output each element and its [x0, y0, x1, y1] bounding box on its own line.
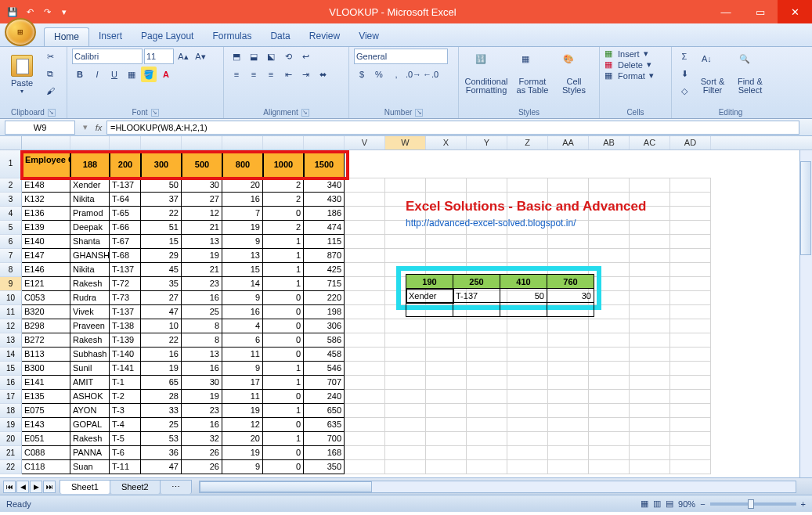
- data-cell[interactable]: 11: [222, 390, 263, 404]
- tab-data[interactable]: Data: [261, 27, 299, 46]
- data-cell[interactable]: 16: [182, 362, 222, 376]
- column-header[interactable]: W: [385, 136, 426, 149]
- row-header[interactable]: 2: [0, 178, 22, 193]
- data-cell[interactable]: 220: [304, 291, 345, 305]
- column-header[interactable]: X: [426, 136, 467, 149]
- data-cell[interactable]: T-64: [110, 193, 141, 207]
- data-cell[interactable]: T-137: [110, 178, 141, 193]
- row-header[interactable]: 7: [0, 249, 22, 263]
- data-cell[interactable]: 458: [304, 348, 345, 362]
- sort-filter-button[interactable]: A↓Sort & Filter: [695, 49, 730, 100]
- merge-button[interactable]: ⬌: [315, 67, 330, 82]
- column-header[interactable]: V: [345, 136, 385, 149]
- data-cell[interactable]: 16: [182, 291, 222, 305]
- row-header[interactable]: 9: [0, 277, 22, 291]
- data-cell[interactable]: 33: [141, 404, 182, 418]
- header-cell[interactable]: 1000: [263, 150, 304, 178]
- mini-cell[interactable]: Xender: [406, 289, 453, 303]
- data-cell[interactable]: T-139: [110, 333, 141, 348]
- data-cell[interactable]: 16: [141, 348, 182, 362]
- mini-header[interactable]: 190: [406, 275, 453, 289]
- row-header[interactable]: 22: [0, 460, 22, 474]
- mini-cell[interactable]: T-137: [453, 289, 500, 303]
- vertical-scrollbar[interactable]: [799, 150, 812, 477]
- align-middle-button[interactable]: ⬓: [246, 49, 262, 64]
- select-all-corner[interactable]: [0, 136, 22, 149]
- zoom-level[interactable]: 90%: [678, 499, 695, 509]
- cell-styles-button[interactable]: 🎨Cell Styles: [556, 49, 592, 100]
- data-cell[interactable]: T-5: [110, 432, 141, 446]
- data-cell[interactable]: 13: [222, 249, 263, 263]
- row-header[interactable]: 13: [0, 333, 22, 348]
- row-header[interactable]: 8: [0, 263, 22, 277]
- data-cell[interactable]: 29: [141, 249, 182, 263]
- data-cell[interactable]: T-138: [110, 319, 141, 333]
- data-cell[interactable]: ASHOK: [70, 390, 110, 404]
- data-cell[interactable]: 715: [304, 277, 345, 291]
- data-cell[interactable]: 30: [182, 376, 222, 390]
- data-cell[interactable]: C088: [22, 446, 70, 460]
- data-cell[interactable]: 16: [222, 193, 263, 207]
- data-cell[interactable]: K132: [22, 193, 70, 207]
- autosum-button[interactable]: Σ: [677, 49, 692, 64]
- row-header[interactable]: 11: [0, 305, 22, 319]
- data-cell[interactable]: E121: [22, 277, 70, 291]
- data-cell[interactable]: 700: [304, 432, 345, 446]
- data-cell[interactable]: 17: [222, 376, 263, 390]
- header-cell[interactable]: 1500: [304, 150, 345, 178]
- minimize-button[interactable]: —: [709, 0, 743, 23]
- column-header[interactable]: [182, 136, 222, 149]
- scrollbar-thumb[interactable]: [200, 481, 372, 492]
- data-cell[interactable]: 53: [141, 432, 182, 446]
- row-header[interactable]: 4: [0, 207, 22, 221]
- new-sheet-button[interactable]: ⋯: [160, 480, 192, 494]
- data-cell[interactable]: 19: [182, 249, 222, 263]
- tab-insert[interactable]: Insert: [89, 27, 132, 46]
- fx-icon[interactable]: fx: [91, 123, 106, 132]
- currency-button[interactable]: $: [354, 67, 370, 82]
- data-cell[interactable]: 870: [304, 249, 345, 263]
- column-header[interactable]: AA: [548, 136, 589, 149]
- data-cell[interactable]: E143: [22, 418, 70, 432]
- data-cell[interactable]: Vivek: [70, 305, 110, 319]
- data-cell[interactable]: E147: [22, 249, 70, 263]
- data-cell[interactable]: 26: [182, 460, 222, 474]
- underline-button[interactable]: U: [106, 67, 122, 82]
- data-cell[interactable]: 6: [222, 333, 263, 348]
- data-cell[interactable]: 0: [263, 348, 304, 362]
- data-cell[interactable]: 1: [263, 235, 304, 249]
- horizontal-scrollbar[interactable]: [199, 481, 796, 493]
- data-cell[interactable]: 37: [141, 193, 182, 207]
- data-cell[interactable]: T-67: [110, 235, 141, 249]
- data-cell[interactable]: 1: [263, 263, 304, 277]
- format-painter-button[interactable]: 🖌: [42, 83, 58, 99]
- data-cell[interactable]: 45: [141, 263, 182, 277]
- increase-decimal-button[interactable]: .0→: [406, 67, 421, 82]
- data-cell[interactable]: T-72: [110, 277, 141, 291]
- data-cell[interactable]: B298: [22, 319, 70, 333]
- row-header[interactable]: 10: [0, 291, 22, 305]
- data-cell[interactable]: T-2: [110, 390, 141, 404]
- delete-cells-button[interactable]: ▦ Delete ▾: [604, 59, 651, 70]
- column-header[interactable]: [22, 136, 70, 149]
- dialog-launcher-icon[interactable]: ↘: [301, 109, 309, 117]
- data-cell[interactable]: T-6: [110, 446, 141, 460]
- data-cell[interactable]: T-140: [110, 348, 141, 362]
- data-cell[interactable]: 474: [304, 221, 345, 235]
- font-name-combo[interactable]: Calibri: [72, 49, 143, 64]
- data-cell[interactable]: 0: [263, 207, 304, 221]
- save-icon[interactable]: 💾: [5, 4, 20, 20]
- prev-sheet-button[interactable]: ◀: [16, 481, 29, 493]
- fill-button[interactable]: ⬇: [677, 66, 692, 81]
- column-headers[interactable]: VWXYZAAABACAD: [0, 136, 812, 150]
- column-header[interactable]: Z: [507, 136, 548, 149]
- undo-icon[interactable]: ↶: [22, 4, 38, 20]
- data-cell[interactable]: E139: [22, 221, 70, 235]
- mini-cell[interactable]: 30: [547, 289, 594, 303]
- fill-color-button[interactable]: 🪣: [141, 67, 157, 82]
- data-cell[interactable]: GOPAL: [70, 418, 110, 432]
- close-button[interactable]: ✕: [778, 0, 812, 23]
- column-header[interactable]: AB: [589, 136, 630, 149]
- tab-page-layout[interactable]: Page Layout: [132, 27, 203, 46]
- office-button[interactable]: ⊞: [5, 18, 36, 46]
